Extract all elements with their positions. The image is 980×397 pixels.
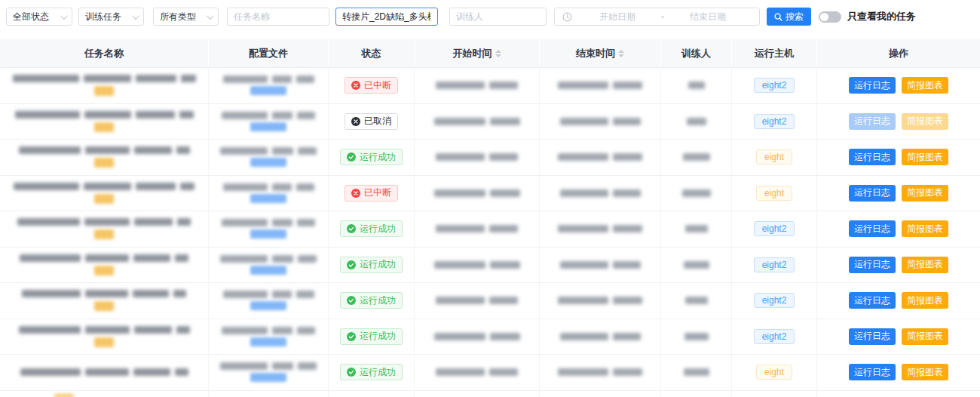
redacted-task-name: [20, 254, 188, 262]
task-row: 已中断eight2运行日志简报图表: [0, 68, 980, 104]
host-tag: eight2: [754, 329, 795, 344]
redacted-config-link[interactable]: [250, 266, 286, 275]
table-header-cell-start[interactable]: 开始时间: [415, 39, 540, 67]
config-file-cell: [209, 68, 329, 103]
my-tasks-toggle[interactable]: [819, 11, 841, 23]
task-name-cell: [0, 140, 209, 175]
start-time-cell: [415, 248, 540, 283]
redacted-trainer-name: [688, 82, 705, 89]
status-badge: 已取消: [345, 113, 398, 130]
search-button[interactable]: 搜索: [767, 8, 811, 26]
redacted-config-name: [222, 327, 315, 334]
report-chart-button[interactable]: 简报图表: [902, 292, 948, 309]
task-type-filter-select[interactable]: 训练任务: [78, 8, 144, 26]
redacted-config-link[interactable]: [250, 337, 286, 346]
end-time-cell: [540, 211, 661, 247]
task-name-cell: [0, 248, 209, 283]
redacted-task-tag: [54, 394, 74, 397]
redacted-config-link[interactable]: [250, 194, 286, 203]
keyword-input[interactable]: [342, 11, 431, 22]
redacted-config-link[interactable]: [250, 158, 286, 167]
actions-cell: 运行日志简报图表: [817, 104, 980, 140]
host-cell: eight2: [732, 68, 817, 103]
config-file-cell: [209, 176, 329, 211]
redacted-config-link[interactable]: [250, 373, 286, 382]
redacted-config-link[interactable]: [250, 301, 286, 310]
host-cell: eight2: [732, 283, 817, 319]
status-badge: 运行成功: [340, 257, 403, 273]
run-log-button[interactable]: 运行日志: [849, 185, 896, 202]
run-log-button[interactable]: 运行日志: [849, 364, 896, 380]
status-badge: 已中断: [345, 185, 398, 202]
run-log-button[interactable]: 运行日志: [849, 149, 896, 165]
redacted-task-tag: [94, 337, 114, 347]
report-chart-button[interactable]: 简报图表: [902, 220, 948, 237]
redacted-config-name: [222, 219, 315, 226]
start-time-cell: [415, 140, 540, 175]
trainer-input[interactable]: [456, 11, 540, 22]
category-filter-select[interactable]: 所有类型: [153, 8, 219, 26]
run-log-button[interactable]: 运行日志: [849, 292, 896, 309]
redacted-task-tag: [94, 301, 114, 311]
status-interrupted-icon: [351, 189, 360, 198]
status-filter-select[interactable]: 全部状态: [6, 8, 72, 26]
redacted-end-time: [558, 225, 642, 232]
task-row: 运行成功eight2运行日志简报图表: [0, 248, 980, 284]
keyword-input-wrap: [335, 8, 438, 26]
redacted-config-link[interactable]: [250, 86, 286, 95]
run-log-button[interactable]: 运行日志: [849, 220, 896, 237]
task-name-cell: [0, 68, 209, 103]
status-success-icon: [347, 296, 356, 305]
redacted-task-tag: [94, 266, 114, 275]
status-cell: 运行成功: [329, 211, 415, 247]
start-time-cell: [415, 104, 540, 140]
sort-icon[interactable]: [618, 50, 624, 57]
redacted-task-name: [22, 290, 186, 297]
start-date-input[interactable]: 开始日期: [574, 11, 661, 23]
status-badge: 运行成功: [340, 328, 403, 345]
host-tag: eight2: [754, 114, 795, 129]
end-time-cell: [540, 176, 661, 211]
trainer-cell: [661, 355, 732, 390]
column-label: 开始时间: [453, 47, 492, 60]
run-log-button[interactable]: 运行日志: [849, 257, 896, 273]
redacted-task-name: [13, 75, 196, 82]
status-cell: 运行成功: [329, 283, 415, 319]
table-header-cell-end[interactable]: 结束时间: [540, 39, 661, 67]
report-chart-button[interactable]: 简报图表: [902, 328, 948, 345]
filter-bar: 全部状态 训练任务 所有类型 开始日期 - 结束日期 搜索 只查看我的任务: [3, 8, 980, 26]
host-tag: eight2: [754, 293, 795, 308]
redacted-start-time: [434, 261, 520, 269]
redacted-start-time: [436, 297, 518, 304]
redacted-config-link[interactable]: [250, 229, 286, 239]
column-label: 操作: [889, 47, 908, 60]
config-file-cell: [209, 248, 329, 283]
report-chart-button[interactable]: 简报图表: [902, 257, 948, 273]
report-chart-button[interactable]: 简报图表: [902, 364, 948, 380]
redacted-config-name: [223, 183, 314, 191]
redacted-task-name: [15, 111, 194, 118]
task-name-cell: [0, 355, 209, 390]
end-time-cell: [540, 140, 661, 175]
run-log-button[interactable]: 运行日志: [849, 77, 896, 94]
sort-icon[interactable]: [495, 50, 501, 57]
search-icon: [774, 13, 782, 21]
end-date-input[interactable]: 结束日期: [664, 11, 752, 23]
status-label: 已取消: [364, 115, 391, 128]
report-chart-button[interactable]: 简报图表: [902, 77, 948, 94]
chevron-down-icon: [207, 12, 214, 20]
redacted-config-link[interactable]: [250, 122, 286, 131]
report-chart-button[interactable]: 简报图表: [902, 149, 948, 165]
redacted-start-time: [434, 189, 520, 197]
redacted-trainer-name: [685, 297, 708, 304]
run-log-button[interactable]: 运行日志: [849, 328, 896, 345]
table-header-cell-trainer: 训练人: [661, 39, 732, 67]
host-cell: eight2: [732, 211, 817, 247]
report-chart-button[interactable]: 简报图表: [902, 185, 948, 202]
host-cell: eight2: [732, 248, 817, 283]
status-label: 运行成功: [360, 294, 396, 307]
date-range-picker[interactable]: 开始日期 - 结束日期: [554, 8, 760, 26]
task-name-input[interactable]: [234, 11, 323, 22]
clock-icon: [562, 12, 572, 22]
column-label: 任务名称: [84, 47, 124, 60]
